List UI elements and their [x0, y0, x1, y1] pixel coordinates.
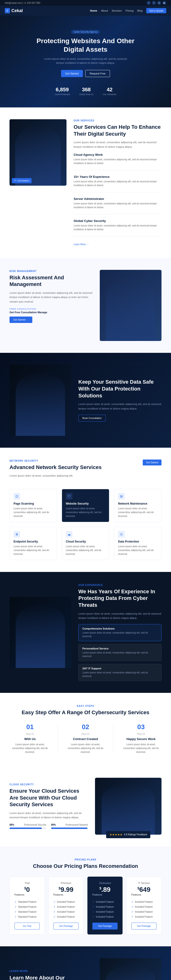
step-item-2: 03 Step 03 Happy Secure Work Lorem ipsum… [120, 723, 161, 754]
risk-image [100, 270, 161, 341]
feature-title-2: 24/7 IT Support [82, 667, 157, 670]
network-card-title-4: Cloud Security [66, 540, 105, 543]
network-label: Network Security [10, 460, 143, 462]
pricing-price-3: $649 [131, 886, 157, 894]
experience-label: Our Experience [78, 584, 161, 586]
nav-pricing[interactable]: Pricing [125, 9, 133, 12]
topbar-socials: f t in ▶ [147, 1, 166, 5]
network-get-started-button[interactable]: Get Started [143, 460, 161, 465]
pricing-feature-0-2: ✓Standard Feature [14, 909, 40, 914]
progress-item-0: 88% Professional Security [10, 824, 46, 829]
youtube-icon[interactable]: ▶ [163, 1, 166, 5]
consultation-text: Get Free Consultation Manage [10, 311, 93, 314]
pricing-btn-1[interactable]: Get Package [53, 923, 78, 929]
pricing-plan-2: Dedicated [93, 881, 118, 885]
pricing-features-3: ✓Included Feature ✓Included Feature ✓Inc… [131, 899, 157, 919]
step-num-1: 02 [65, 723, 106, 731]
pricing-card-dedicated: Dedicated $.89 Features ✓Included Featur… [87, 877, 123, 934]
pricing-label: Pricing Plans [10, 858, 161, 861]
feature-item-1: Personalized Service Lorem ipsum dolor s… [78, 644, 161, 661]
linkedin-icon[interactable]: in [157, 1, 161, 5]
network-card-text-3: Lorem ipsum dolor sit amet, consectetur … [14, 545, 53, 556]
stat-num-0: 6,859 [54, 86, 70, 93]
hero-buttons: Get Started Request Free [61, 70, 110, 77]
service-item-1: 15+ Years Of Experience Lorem ipsum dolo… [74, 175, 161, 192]
nav-home[interactable]: Home [90, 9, 97, 12]
dark-banner-content: Keep Your Sensitive Data Safe With Our D… [78, 379, 161, 422]
feature-text-1: Lorem ipsum dolor sit amet, consectetur … [82, 651, 157, 658]
stat-label-2: Our Industries [103, 93, 117, 95]
learn-more-link[interactable]: Learn More → [74, 243, 89, 246]
services-content: Our Services Our Services Can Help To En… [74, 119, 161, 246]
facebook-icon[interactable]: f [147, 1, 150, 5]
cloud-progress-bars: 88% Professional Security 99% Profession… [10, 824, 88, 829]
hero-get-started-button[interactable]: Get Started [61, 70, 83, 77]
pricing-feature-1-1: ✓Included Feature [53, 904, 78, 909]
pricing-plan-0: Trial [14, 881, 40, 885]
service-title-0: Cloud Agency Work [74, 153, 161, 156]
network-title: Advanced Network Security Services [10, 464, 143, 471]
nav-about[interactable]: About [101, 9, 108, 12]
cta-image [100, 958, 161, 980]
step-text-2: Lorem ipsum dolor sit amet, consectetur … [120, 743, 161, 754]
risk-section: Risk Management Risk Assessment And Mana… [0, 258, 171, 353]
twitter-icon[interactable]: t [152, 1, 156, 5]
network-maintenance-icon: ⊞ [118, 493, 125, 500]
cta-section: Learn More Learn More About Our Cybersec… [0, 946, 171, 980]
endpoint-security-icon: ⊗ [14, 531, 20, 538]
services-title: Our Services Can Help To Enhance Their D… [74, 124, 161, 137]
service-title-2: Server Administrator [74, 197, 161, 200]
service-text-3: Lorem ipsum dolor sit amet, consectetur … [74, 224, 161, 231]
step-num-label-0: Step 01 [10, 733, 51, 735]
pricing-feature-3-0: ✓Included Feature [131, 899, 157, 904]
step-num-label-1: Step 02 [65, 733, 106, 735]
experience-content: Our Experience We Has Years Of Experienc… [78, 584, 161, 681]
services-label: Our Services [74, 119, 161, 122]
feature-item-0: Comprehensive Solutions Lorem ipsum dolo… [78, 624, 161, 641]
stat-industries: 42 Our Industries [103, 86, 117, 95]
progress-label-1: 99% Professional Network [51, 824, 88, 826]
feature-text-0: Lorem ipsum dolor sit amet, consectetur … [82, 631, 157, 638]
cloud-title: Ensure Your Cloud Services Are Secure Wi… [10, 788, 88, 808]
nav-services[interactable]: Services [112, 9, 121, 12]
consultation-badge: 🛡 Consultation [12, 178, 32, 183]
cloud-image: ★★★★★ 4.9 Ratings Feedback [95, 778, 161, 835]
topbar: info@cekal.com | +1 234 567 890 f t in ▶ [0, 0, 171, 6]
progress-fill-0 [10, 827, 42, 829]
dark-banner-consult-button[interactable]: Book Consultation [78, 415, 106, 422]
hero-badge: Cyber Security Agency [71, 30, 100, 34]
pricing-feature-0-0: ✓Standard Feature [14, 899, 40, 904]
network-card-2: ⊞ Network Maintenance Lorem ipsum dolor … [114, 489, 161, 522]
step-text-0: Lorem ipsum dolor sit amet, consectetur … [10, 743, 51, 754]
pricing-grid: Trial $0 Features ✓Standard Feature ✓Sta… [10, 877, 161, 934]
pricing-card-it-service: IT Service $649 Features ✓Included Featu… [126, 877, 161, 934]
risk-get-started-button[interactable]: Get Started → [10, 317, 32, 323]
step-num-label-2: Step 03 [120, 733, 161, 735]
nav-blog[interactable]: Blog [137, 9, 142, 12]
network-section: Network Security Advanced Network Securi… [0, 448, 171, 572]
stat-label-1: Cloud Trust Us [79, 93, 94, 95]
pricing-features-1: ✓Included Feature ✓Included Feature ✓Inc… [53, 899, 78, 919]
hero-request-free-button[interactable]: Request Free [85, 70, 110, 77]
dark-banner-image [10, 365, 71, 436]
network-card-title-1: Website Security [66, 502, 105, 505]
topbar-contact: info@cekal.com | +1 234 567 890 [5, 2, 40, 4]
network-card-title-5: Data Protection [118, 540, 157, 543]
network-card-featured: 🛡 Website Security Lorem ipsum dolor sit… [62, 489, 109, 522]
steps-section: Easy Steps Easy Step Offer A Range Of Cy… [0, 693, 171, 766]
dark-banner-description: Lorem ipsum dolor sit amet, consectetur … [78, 402, 161, 411]
network-top: Network Security Advanced Network Securi… [10, 460, 161, 482]
logo[interactable]: C Cekal [5, 8, 23, 13]
pricing-feature-0-3: ✓Standard Feature [14, 914, 40, 919]
pricing-btn-0[interactable]: Go Trial [14, 923, 40, 929]
pricing-btn-2[interactable]: Get Package [93, 923, 118, 929]
nav-cta-button[interactable]: Get a Quote [146, 8, 166, 13]
pricing-card-trial: Trial $0 Features ✓Standard Feature ✓Sta… [10, 877, 45, 934]
cloud-label: Cloud Security [10, 783, 88, 786]
pricing-btn-3[interactable]: Get Package [131, 923, 157, 929]
stat-num-1: 368 [79, 86, 94, 93]
progress-fill-1 [51, 827, 87, 829]
cta-content: Learn More Learn More About Our Cybersec… [10, 970, 93, 980]
network-description: Lorem ipsum dolor sit amet, consectetur … [10, 474, 143, 478]
step-item-0: 01 Step 01 With Us Lorem ipsum dolor sit… [10, 723, 51, 754]
